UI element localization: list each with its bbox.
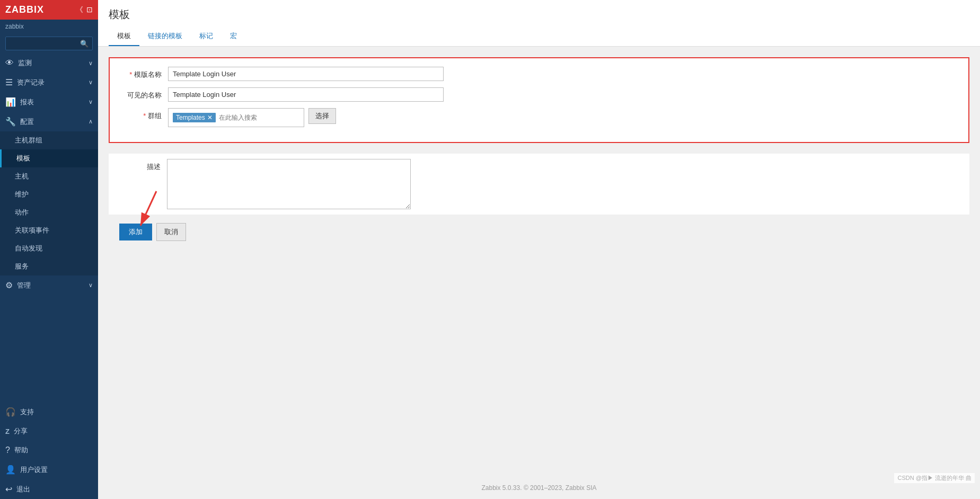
config-submenu: 主机群组 模板 主机 维护 动作 关联项事件 自动发现 服务: [0, 131, 98, 275]
group-row: 群组 Templates ✕ 选择: [120, 108, 958, 127]
support-icon: 🎧: [5, 407, 16, 417]
cancel-button[interactable]: 取消: [156, 223, 186, 241]
page-header: 模板 模板 链接的模板 标记 宏: [98, 0, 980, 47]
expand-icon[interactable]: ⊡: [86, 5, 93, 15]
sidebar-item-usersettings[interactable]: 👤 用户设置: [0, 460, 98, 479]
assets-arrow-icon: ∨: [89, 79, 93, 86]
sidebar-item-monitor[interactable]: 👁 监测 ∨: [0, 54, 98, 73]
group-input-area: Templates ✕ 选择: [168, 108, 336, 127]
logo-icons: 《 ⊡: [76, 5, 93, 15]
sidebar-label-help: 帮助: [14, 445, 93, 455]
sidebar-bottom: 🎧 支持 Z 分享 ? 帮助 👤 用户设置 ↩ 退出: [0, 402, 98, 499]
sidebar-item-services[interactable]: 服务: [0, 257, 98, 275]
sidebar-label-share: 分享: [14, 426, 93, 436]
page-title: 模板: [109, 7, 969, 22]
sidebar-item-hosts[interactable]: 主机: [0, 167, 98, 185]
template-name-input[interactable]: [168, 67, 444, 81]
sidebar-item-share[interactable]: Z 分享: [0, 422, 98, 441]
tag-remove-button[interactable]: ✕: [207, 114, 213, 121]
template-name-row: 模版名称: [120, 67, 958, 81]
sidebar-username: zabbix: [0, 20, 98, 33]
add-button[interactable]: 添加: [119, 224, 152, 240]
search-icon: 🔍: [80, 40, 89, 48]
sidebar-item-maintenance[interactable]: 维护: [0, 185, 98, 203]
admin-arrow-icon: ∨: [89, 282, 93, 289]
share-icon: Z: [5, 427, 10, 435]
sidebar-label-admin: 管理: [17, 281, 84, 290]
logout-icon: ↩: [5, 484, 12, 494]
tab-template[interactable]: 模板: [109, 27, 139, 46]
sidebar-item-correvents[interactable]: 关联项事件: [0, 221, 98, 239]
config-arrow-icon: ∧: [89, 118, 93, 125]
sidebar-label-usersettings: 用户设置: [20, 465, 93, 475]
template-name-input-wrapper: [168, 67, 444, 81]
form-area: 模版名称 可见的名称 群组 Templates: [98, 47, 980, 477]
group-label: 群组: [120, 108, 168, 121]
logo-text: ZABBIX: [5, 4, 44, 15]
main-content: 模板 模板 链接的模板 标记 宏 模版名称 可见的名称: [98, 0, 980, 499]
tabs-container: 模板 链接的模板 标记 宏: [109, 27, 969, 46]
buttons-row: 添加 取消: [119, 223, 959, 241]
usersettings-icon: 👤: [5, 465, 16, 475]
watermark: CSDN @指▶ 流逝的年华 曲: [894, 473, 975, 483]
tab-macros[interactable]: 宏: [222, 27, 245, 46]
visible-name-row: 可见的名称: [120, 87, 958, 102]
description-section: 描述: [109, 154, 969, 215]
admin-icon: ⚙: [5, 280, 13, 290]
form-box: 模版名称 可见的名称 群组 Templates: [109, 57, 969, 143]
sidebar-item-autodiscovery[interactable]: 自动发现: [0, 239, 98, 257]
sidebar-item-actions[interactable]: 动作: [0, 203, 98, 221]
sidebar-item-admin[interactable]: ⚙ 管理 ∨: [0, 275, 98, 295]
template-name-label: 模版名称: [120, 67, 168, 79]
monitor-icon: 👁: [5, 58, 14, 68]
sidebar-label-monitor: 监测: [18, 58, 84, 68]
sidebar-item-logout[interactable]: ↩ 退出: [0, 479, 98, 499]
sidebar-search-container: 🔍: [0, 33, 98, 54]
templates-tag: Templates ✕: [173, 113, 216, 122]
help-icon: ?: [5, 445, 10, 455]
tab-linked[interactable]: 链接的模板: [139, 27, 191, 46]
visible-name-input[interactable]: [168, 87, 444, 102]
action-area: 添加 取消: [109, 223, 969, 252]
sidebar-label-config: 配置: [20, 117, 84, 127]
config-icon: 🔧: [5, 117, 16, 127]
visible-name-label: 可见的名称: [120, 87, 168, 100]
sidebar-label-logout: 退出: [16, 485, 93, 494]
description-label: 描述: [119, 159, 167, 172]
sidebar-item-reports[interactable]: 📊 报表 ∨: [0, 92, 98, 112]
sidebar-item-assets[interactable]: ☰ 资产记录 ∨: [0, 73, 98, 92]
footer: Zabbix 5.0.33. © 2001–2023, Zabbix SIA: [98, 477, 980, 499]
sidebar-item-hostgroup[interactable]: 主机群组: [0, 131, 98, 149]
assets-icon: ☰: [5, 77, 13, 87]
description-textarea[interactable]: [167, 159, 411, 209]
sidebar-logo: ZABBIX 《 ⊡: [0, 0, 98, 20]
sidebar-item-help[interactable]: ? 帮助: [0, 441, 98, 460]
reports-icon: 📊: [5, 97, 16, 107]
tab-tags[interactable]: 标记: [191, 27, 222, 46]
tags-input-area[interactable]: Templates ✕: [168, 108, 304, 127]
sidebar-label-assets: 资产记录: [17, 78, 84, 87]
visible-name-input-wrapper: [168, 87, 444, 102]
sidebar-item-support[interactable]: 🎧 支持: [0, 402, 98, 422]
tag-label: Templates: [176, 114, 205, 121]
collapse-icon[interactable]: 《: [76, 5, 83, 15]
sidebar-item-templates[interactable]: 模板: [0, 149, 98, 167]
description-row: 描述: [109, 154, 969, 215]
reports-arrow-icon: ∨: [89, 99, 93, 105]
sidebar-label-reports: 报表: [20, 97, 84, 107]
footer-text: Zabbix 5.0.33. © 2001–2023, Zabbix SIA: [482, 484, 597, 492]
sidebar: ZABBIX 《 ⊡ zabbix 🔍 👁 监测 ∨ ☰ 资产记录 ∨ 📊 报表…: [0, 0, 98, 499]
monitor-arrow-icon: ∨: [89, 60, 93, 67]
tag-search-input[interactable]: [217, 113, 301, 122]
sidebar-label-support: 支持: [20, 407, 93, 417]
sidebar-item-config[interactable]: 🔧 配置 ∧: [0, 112, 98, 131]
select-button[interactable]: 选择: [308, 108, 336, 124]
